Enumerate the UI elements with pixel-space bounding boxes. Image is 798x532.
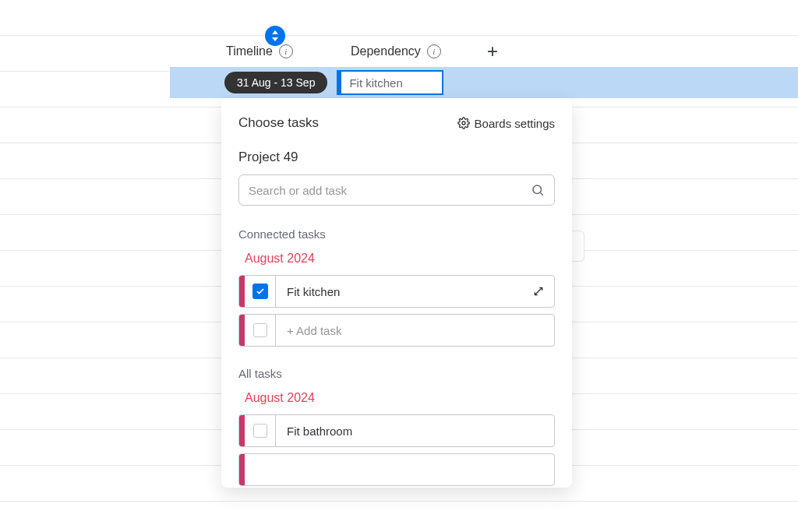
svg-point-1 <box>533 185 542 194</box>
all-month-label: August 2024 <box>245 391 555 405</box>
column-timeline-label: Timeline <box>226 44 273 58</box>
panel-edge-handle[interactable] <box>572 231 584 262</box>
checkbox-unchecked-icon <box>253 323 267 337</box>
choose-tasks-dropdown: Choose tasks Boards settings Project 49 … <box>221 98 572 488</box>
task-row[interactable]: Fit kitchen <box>238 275 555 308</box>
task-accent <box>239 276 245 307</box>
task-label: Fit kitchen <box>276 285 523 298</box>
sort-indicator-icon[interactable] <box>265 26 285 46</box>
expand-task-button[interactable] <box>523 285 554 298</box>
info-icon[interactable]: i <box>427 44 441 58</box>
task-accent <box>239 415 245 446</box>
project-name: Project 49 <box>238 150 555 165</box>
column-timeline[interactable]: Timeline i <box>226 44 351 58</box>
dropdown-title: Choose tasks <box>238 115 319 131</box>
svg-line-3 <box>535 287 542 294</box>
task-checkbox[interactable] <box>245 276 276 307</box>
svg-line-2 <box>540 192 542 195</box>
add-column-button[interactable]: + <box>482 41 503 62</box>
task-row[interactable]: Fit bathroom <box>238 414 555 447</box>
connected-tasks-label: Connected tasks <box>238 227 555 241</box>
dependency-active-cell[interactable]: Fit kitchen <box>337 70 443 95</box>
task-row-add[interactable]: + Add task <box>238 314 555 347</box>
all-tasks-label: All tasks <box>238 367 555 380</box>
checkbox-unchecked-icon <box>253 424 267 438</box>
search-task-input[interactable] <box>249 184 531 197</box>
info-icon[interactable]: i <box>279 44 293 58</box>
task-accent <box>239 454 245 485</box>
checkbox-checked-icon <box>252 284 268 299</box>
task-checkbox[interactable] <box>245 415 276 446</box>
search-task-input-wrapper[interactable] <box>238 174 555 206</box>
task-row-partial[interactable] <box>238 453 555 486</box>
column-dependency-label: Dependency <box>351 44 421 58</box>
dependency-active-value: Fit kitchen <box>349 76 402 90</box>
timeline-row[interactable]: 31 Aug - 13 Sep Fit kitchen <box>170 67 798 98</box>
add-task-label: + Add task <box>276 324 554 337</box>
date-range-pill[interactable]: 31 Aug - 13 Sep <box>224 72 327 93</box>
columns-header: Timeline i Dependency i + <box>0 36 798 67</box>
connected-month-label: August 2024 <box>245 252 555 266</box>
svg-point-0 <box>462 122 465 125</box>
gear-icon <box>457 117 470 129</box>
task-label: Fit bathroom <box>276 425 554 438</box>
task-accent <box>239 315 245 346</box>
column-dependency[interactable]: Dependency i <box>351 44 475 58</box>
boards-settings-label: Boards settings <box>475 117 555 130</box>
boards-settings-button[interactable]: Boards settings <box>457 117 555 130</box>
search-icon <box>531 183 545 197</box>
task-checkbox[interactable] <box>245 315 276 346</box>
